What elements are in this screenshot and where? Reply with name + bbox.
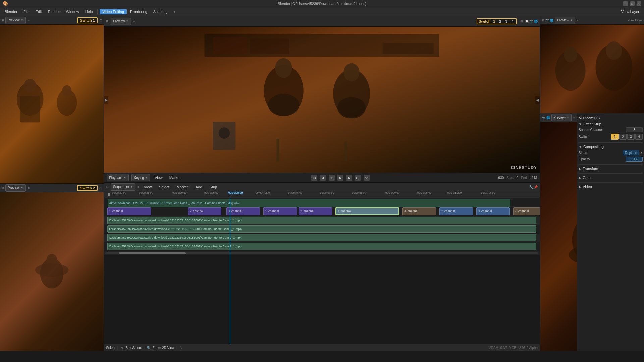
strip-ch1-1[interactable]: 1. channel bbox=[107, 207, 151, 215]
left-expand-arrow[interactable]: ▶ bbox=[104, 96, 108, 104]
menu-rendering[interactable]: Rendering bbox=[127, 9, 150, 14]
video-strip-2[interactable]: C:\Users\45239\Downloads\drive-download-… bbox=[107, 234, 536, 241]
center-preview-dropdown[interactable]: Preview ▼ bbox=[111, 18, 131, 25]
video-strip-4[interactable]: C:\Users\45239\Downloads\drive-download-… bbox=[107, 217, 536, 224]
end-label: End bbox=[521, 176, 527, 180]
strip-ch4-1[interactable]: 4. channel bbox=[402, 207, 436, 215]
menu-view-layer[interactable]: View Layer bbox=[619, 9, 642, 14]
start-label: Start bbox=[506, 176, 514, 180]
maximize-button[interactable]: □ bbox=[630, 1, 635, 6]
sw-btn-1[interactable]: 1 bbox=[611, 134, 619, 140]
frame-back-btn[interactable]: ◀ bbox=[320, 175, 326, 181]
jump-start-btn[interactable]: ⏮ bbox=[311, 175, 317, 181]
switch-badge-center[interactable]: Switch 1 2 3 4 bbox=[477, 18, 517, 24]
playback-dropdown[interactable]: Playback ▼ bbox=[107, 174, 129, 181]
menu-window[interactable]: Window bbox=[63, 9, 82, 14]
switch-num-4[interactable]: 4 bbox=[510, 19, 515, 23]
transform-header[interactable]: ▶ Transform bbox=[579, 166, 643, 171]
select-icon: 🖱 bbox=[120, 346, 123, 350]
strip-ch2-2[interactable]: 3. channel bbox=[476, 207, 510, 215]
crop-expand: ▶ bbox=[579, 176, 581, 180]
strip-ch1-3[interactable]: 3. channel bbox=[226, 207, 260, 215]
strip-ch4-2[interactable]: 4. channel bbox=[513, 207, 540, 215]
sep2: | bbox=[144, 346, 145, 350]
compositing-section: ▼ Compositing Blend Replace ▼ Opacity 1.… bbox=[579, 144, 643, 162]
svg-point-7 bbox=[35, 263, 69, 277]
menu-render[interactable]: Render bbox=[45, 9, 63, 14]
main-preview-content: CINESTUDY ▶ ◀ bbox=[104, 27, 540, 173]
sw-btn-2[interactable]: 2 bbox=[619, 134, 627, 140]
strip-ch1-2[interactable]: 2. channel bbox=[188, 207, 221, 215]
preview-dropdown-2[interactable]: Preview ▼ bbox=[5, 184, 26, 192]
t11: 00:01:05:00 bbox=[417, 191, 431, 194]
effect-strip-section: ▼ Effect Strip Source Channel 3 Switch 1… bbox=[579, 121, 643, 140]
t8: 00:00:50:00 bbox=[320, 191, 334, 194]
frame-fwd-btn[interactable]: ▶ bbox=[346, 175, 352, 181]
play-btn[interactable]: ▶ bbox=[337, 175, 343, 181]
r1-preview-dropdown[interactable]: Preview ▼ bbox=[555, 17, 575, 24]
audio-strip[interactable]: /drive-download-20210223T150318Z001/Pete… bbox=[108, 199, 510, 207]
jump-end-btn[interactable]: ⏭ bbox=[355, 175, 361, 181]
strip-ch1-4[interactable]: 1. channel bbox=[263, 207, 297, 215]
svg-point-10 bbox=[268, 94, 299, 116]
video-strip-1[interactable]: C:\Users\45239\Downloads\drive-download-… bbox=[107, 243, 536, 250]
svg-point-4 bbox=[62, 85, 71, 96]
menu-file[interactable]: File bbox=[21, 9, 32, 14]
end-value: 4443 bbox=[530, 176, 537, 180]
view-btn[interactable]: View bbox=[153, 175, 165, 180]
right-expand-arrow[interactable]: ◀ bbox=[535, 96, 540, 104]
seq-select-menu[interactable]: Select bbox=[156, 184, 172, 190]
seq-view-menu[interactable]: View bbox=[141, 184, 155, 190]
loop-btn[interactable]: ⟳ bbox=[364, 175, 370, 181]
seq-marker-menu[interactable]: Marker bbox=[174, 184, 191, 190]
sw-btn-3[interactable]: 3 bbox=[627, 134, 635, 140]
switch-num-1[interactable]: 1 bbox=[492, 19, 496, 23]
menu-edit[interactable]: Edit bbox=[33, 9, 45, 14]
menu-scripting[interactable]: Scripting bbox=[151, 9, 170, 14]
preview-dropdown-1[interactable]: Preview ▼ bbox=[5, 17, 26, 24]
opacity-value[interactable]: 1.000 bbox=[626, 157, 643, 162]
menu-video-editing[interactable]: Video Editing bbox=[100, 9, 127, 14]
sequencer-header: ⊞ Sequencer ▼ ≡ View Select Marker Add S… bbox=[104, 183, 540, 191]
preview-header-2: ⊞ Preview ▼ ≡ Switch 2 ⊡ bbox=[0, 184, 104, 192]
video-track-1: C:\Users\45239\Downloads\drive-download-… bbox=[104, 242, 540, 251]
blend-value[interactable]: Replace bbox=[623, 150, 639, 155]
menu-help[interactable]: Help bbox=[83, 9, 96, 14]
vt3-content: C:\Users\45239\Downloads\drive-download-… bbox=[104, 225, 540, 233]
sw-btn-4[interactable]: 4 bbox=[635, 134, 643, 140]
titlebar: 🎨 Blender [C:\Users\45239\Downloads\mult… bbox=[0, 0, 644, 7]
scrollbar-thumb[interactable] bbox=[119, 252, 186, 254]
vt2-content: C:\Users\45239\Downloads\drive-download-… bbox=[104, 234, 540, 242]
switch-badge-1[interactable]: Switch 1 bbox=[77, 17, 98, 23]
switch-badge-2[interactable]: Switch 2 bbox=[77, 185, 98, 191]
switch-num-2[interactable]: 2 bbox=[498, 19, 503, 23]
menu-blender[interactable]: Blender bbox=[2, 9, 20, 14]
switch-num-3[interactable]: 3 bbox=[504, 19, 509, 23]
marker-btn[interactable]: Marker bbox=[167, 175, 183, 180]
compositing-header[interactable]: ▼ Compositing bbox=[579, 144, 643, 149]
menu-plus[interactable]: + bbox=[171, 9, 178, 14]
seq-type-dropdown[interactable]: Sequencer ▼ bbox=[111, 183, 135, 191]
svg-rect-2 bbox=[20, 96, 40, 123]
strip-ch3-sel[interactable]: 3. channel bbox=[335, 207, 399, 215]
scrollbar-track bbox=[105, 252, 538, 254]
video-track-3: C:\Users\45239\Downloads\drive-download-… bbox=[104, 225, 540, 234]
strip-ch1-5[interactable]: 2. channel bbox=[299, 207, 332, 215]
video-header[interactable]: ▶ Video bbox=[579, 184, 643, 189]
close-button[interactable]: ✕ bbox=[637, 1, 641, 6]
video-strip-3[interactable]: C:\Users\45239\Downloads\drive-download-… bbox=[107, 225, 536, 233]
strip-ch2-1[interactable]: 2. channel bbox=[439, 207, 473, 215]
seq-add-menu[interactable]: Add bbox=[193, 184, 205, 190]
transform-section: ▶ Transform bbox=[579, 166, 643, 171]
h-scrollbar[interactable] bbox=[104, 251, 540, 255]
crop-header[interactable]: ▶ Crop bbox=[579, 175, 643, 180]
play-reverse-btn[interactable]: ◁ bbox=[329, 175, 335, 181]
preview-content-2 bbox=[0, 192, 104, 351]
keying-dropdown[interactable]: Keying ▼ bbox=[131, 174, 150, 181]
effect-strip-header[interactable]: ▼ Effect Strip bbox=[579, 121, 643, 127]
source-channel-value[interactable]: 3 bbox=[626, 127, 643, 132]
r2-preview-dropdown[interactable]: Preview ▼ bbox=[551, 114, 572, 121]
minimize-button[interactable]: — bbox=[623, 1, 628, 6]
seq-strip-menu[interactable]: Strip bbox=[207, 184, 220, 190]
blend-row: Blend Replace ▼ bbox=[579, 149, 643, 156]
